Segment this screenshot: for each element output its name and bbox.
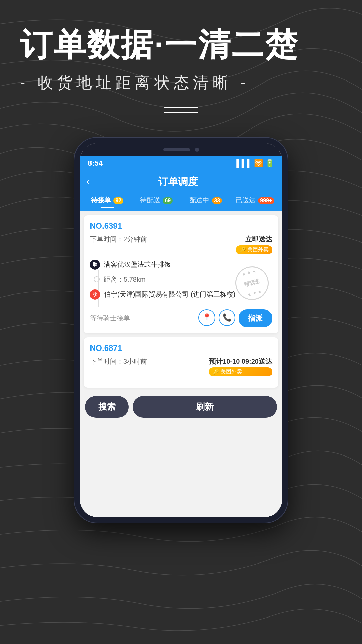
card-footer-1: 等待骑士接单 📍 📞 指派 bbox=[90, 305, 272, 327]
assign-button-1[interactable]: 指派 bbox=[239, 309, 272, 327]
tab-label-waiting-pickup: 待接单 bbox=[91, 196, 111, 204]
phone-icon-1: 📞 bbox=[223, 313, 232, 322]
divider-decoration bbox=[20, 107, 342, 113]
delivery-dot-1: 收 bbox=[90, 289, 100, 300]
stamp-container-1: 帮我送 bbox=[235, 266, 269, 300]
distance-text-1: 距离：5.78km bbox=[104, 275, 146, 284]
app-header: ‹ 订单调度 bbox=[80, 170, 282, 194]
delivery-type-text-1: 立即送达 bbox=[236, 235, 272, 244]
bottom-bar: 搜索 刷新 bbox=[80, 392, 282, 424]
wifi-icon: 🛜 bbox=[254, 159, 263, 168]
phone-button-1[interactable]: 📞 bbox=[219, 309, 235, 326]
divider-line-1 bbox=[164, 107, 198, 108]
tab-waiting-pickup[interactable]: 待接单 92 bbox=[83, 194, 131, 207]
tab-delivered[interactable]: 已送达 999+ bbox=[231, 194, 279, 207]
platform-name-1: 美团外卖 bbox=[247, 246, 269, 253]
order-number-1: NO.6391 bbox=[90, 221, 272, 231]
pickup-dot-1: 取 bbox=[90, 260, 100, 270]
order-card-1: NO.6391 下单时间：2分钟前 立即送达 🔑 美团外卖 bbox=[84, 215, 278, 333]
platform-name-2: 美团外卖 bbox=[221, 368, 242, 375]
key-icon-2: 🔑 bbox=[213, 369, 219, 375]
order-status-1: 等待骑士接单 bbox=[90, 314, 130, 323]
stamp-1: 帮我送 bbox=[232, 262, 273, 303]
search-button[interactable]: 搜索 bbox=[85, 396, 129, 418]
header-section: 订单数据·一清二楚 - 收货地址距离状态清晰 - bbox=[0, 0, 362, 137]
phone-inner-frame: 8:54 ▌▌▌ 🛜 🔋 ‹ 订单调度 待接单 92 待配送 bbox=[80, 143, 282, 517]
status-icons: ▌▌▌ 🛜 🔋 bbox=[236, 159, 274, 168]
stamp-text-1: 帮我送 bbox=[243, 277, 261, 288]
status-bar: 8:54 ▌▌▌ 🛜 🔋 bbox=[80, 156, 282, 170]
location-button-1[interactable]: 📍 bbox=[198, 309, 215, 326]
delivery-type-text-2: 预计10-10 09:20送达 bbox=[209, 357, 272, 366]
battery-icon: 🔋 bbox=[265, 159, 274, 168]
refresh-button[interactable]: 刷新 bbox=[133, 396, 277, 418]
status-time: 8:54 bbox=[88, 159, 103, 168]
order-type-1: 立即送达 🔑 美团外卖 bbox=[236, 235, 272, 254]
sub-title: - 收货地址距离状态清晰 - bbox=[20, 72, 342, 93]
order-type-2: 预计10-10 09:20送达 🔑 美团外卖 bbox=[209, 357, 272, 376]
tab-waiting-delivery[interactable]: 待配送 69 bbox=[132, 194, 180, 207]
tab-bar: 待接单 92 待配送 69 配送中 33 已送达 999+ bbox=[80, 194, 282, 211]
signal-icon: ▌▌▌ bbox=[236, 159, 252, 168]
phone-notch bbox=[80, 143, 282, 156]
tab-badge-delivered: 999+ bbox=[258, 197, 274, 204]
divider-line-2 bbox=[164, 112, 198, 113]
speaker bbox=[163, 148, 190, 151]
route-section-1: 取 满客优汉堡法式牛排饭 距离：5.78km 收 伯宁(天津)国际贸易有限公司 … bbox=[90, 260, 272, 300]
tab-label-delivering: 配送中 bbox=[189, 196, 209, 204]
tab-label-waiting-delivery: 待配送 bbox=[140, 196, 160, 204]
order-number-2: NO.6871 bbox=[90, 343, 272, 353]
phone-outer-frame: 8:54 ▌▌▌ 🛜 🔋 ‹ 订单调度 待接单 92 待配送 bbox=[74, 137, 288, 523]
content-area: NO.6391 下单时间：2分钟前 立即送达 🔑 美团外卖 bbox=[80, 215, 282, 517]
tab-badge-delivering: 33 bbox=[212, 197, 222, 204]
key-icon-1: 🔑 bbox=[239, 247, 246, 253]
action-buttons-1: 📍 📞 指派 bbox=[198, 309, 272, 327]
camera bbox=[195, 148, 199, 152]
order-meta-2: 下单时间：3小时前 预计10-10 09:20送达 🔑 美团外卖 bbox=[90, 357, 272, 376]
tab-label-delivered: 已送达 bbox=[236, 196, 256, 204]
app-title: 订单调度 bbox=[96, 175, 259, 189]
tab-badge-waiting-delivery: 69 bbox=[163, 197, 173, 204]
order-meta-1: 下单时间：2分钟前 立即送达 🔑 美团外卖 bbox=[90, 235, 272, 254]
location-icon-1: 📍 bbox=[202, 313, 212, 322]
tab-badge-waiting-pickup: 92 bbox=[113, 197, 123, 204]
pickup-name-1: 满客优汉堡法式牛排饭 bbox=[104, 260, 171, 269]
order-card-2: NO.6871 下单时间：3小时前 预计10-10 09:20送达 🔑 美团外卖 bbox=[84, 337, 278, 388]
delivery-address-1: 伯宁(天津)国际贸易有限公司 (进门第三栋楼) bbox=[104, 289, 235, 299]
platform-badge-1: 🔑 美团外卖 bbox=[236, 245, 272, 254]
main-title: 订单数据·一清二楚 bbox=[20, 27, 342, 62]
order-time-1: 下单时间：2分钟前 bbox=[90, 235, 147, 244]
back-button[interactable]: ‹ bbox=[86, 176, 89, 187]
platform-badge-2: 🔑 美团外卖 bbox=[209, 367, 272, 376]
route-line-1 bbox=[98, 270, 99, 307]
order-time-2: 下单时间：3小时前 bbox=[90, 357, 147, 366]
tab-delivering[interactable]: 配送中 33 bbox=[182, 194, 230, 207]
phone-mockup: 8:54 ▌▌▌ 🛜 🔋 ‹ 订单调度 待接单 92 待配送 bbox=[0, 137, 362, 523]
